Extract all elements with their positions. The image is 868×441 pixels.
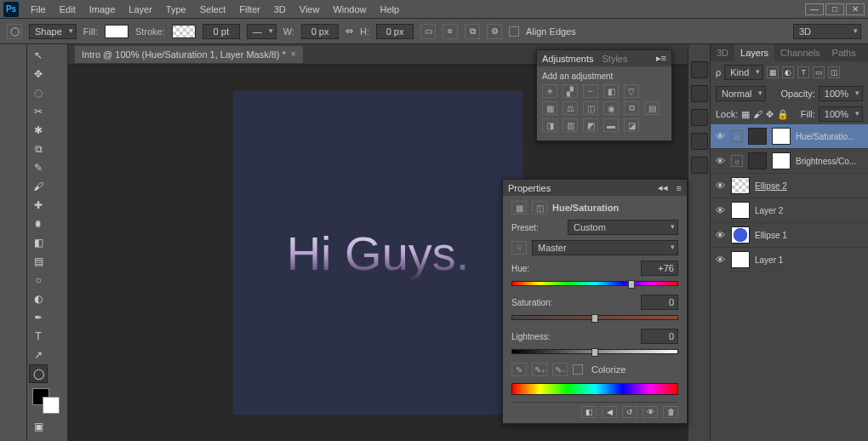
tab-3d[interactable]: 3D <box>711 44 734 61</box>
type-tool[interactable]: T <box>29 327 48 346</box>
eye-icon[interactable]: 👁 <box>716 156 726 166</box>
stroke-swatch[interactable] <box>172 25 196 38</box>
quickmask-tool[interactable]: ▣ <box>29 417 48 436</box>
path-ops-icon[interactable]: ▭ <box>420 24 436 39</box>
menu-filter[interactable]: Filter <box>232 2 266 17</box>
panel-collapse-icon[interactable]: ◂◂ <box>658 182 668 193</box>
align-edges-checkbox[interactable] <box>509 26 519 37</box>
reset-icon[interactable]: ↺ <box>622 406 637 418</box>
height-input[interactable]: 0 px <box>376 24 414 39</box>
filter-pixel-icon[interactable]: ▦ <box>767 66 779 78</box>
menu-3d[interactable]: 3D <box>267 2 293 17</box>
tool-preset-icon[interactable]: ◯ <box>7 24 22 39</box>
adj-exposure-icon[interactable]: ◧ <box>603 84 619 98</box>
eye-icon[interactable]: 👁 <box>716 255 726 265</box>
layer-row[interactable]: 👁Ellipse 2 <box>711 174 868 198</box>
tab-layers[interactable]: Layers <box>734 44 774 61</box>
marquee-tool[interactable]: ◌ <box>29 83 48 102</box>
ellipse-tool[interactable]: ◯ <box>29 364 48 383</box>
colorize-checkbox[interactable] <box>573 364 583 375</box>
blur-tool[interactable]: ○ <box>29 271 48 289</box>
adj-selective-icon[interactable]: ◪ <box>624 118 639 132</box>
panel-menu-icon[interactable]: ≡ <box>677 183 682 193</box>
dock-icon-5[interactable] <box>691 157 708 174</box>
menu-view[interactable]: View <box>293 2 327 17</box>
adj-vibrance-icon[interactable]: ▽ <box>624 84 639 98</box>
dock-icon-1[interactable] <box>691 61 708 78</box>
eyedropper-plus-icon[interactable]: ✎₊ <box>532 363 547 376</box>
lock-pos-icon[interactable]: ✥ <box>766 109 774 120</box>
menu-window[interactable]: Window <box>326 2 373 17</box>
menu-help[interactable]: Help <box>374 2 407 17</box>
adjustments-tab[interactable]: Adjustments <box>542 54 594 64</box>
styles-tab[interactable]: Styles <box>602 54 628 64</box>
saturation-slider[interactable] <box>511 315 678 322</box>
lock-all-icon[interactable]: 🔒 <box>777 109 789 120</box>
filter-kind-icon[interactable]: ρ <box>716 67 721 77</box>
heal-tool[interactable]: ✚ <box>29 196 48 215</box>
wand-tool[interactable]: ✱ <box>29 121 48 140</box>
tab-paths[interactable]: Paths <box>826 44 862 61</box>
gradient-tool[interactable]: ▤ <box>29 252 48 271</box>
dock-icon-2[interactable] <box>691 85 708 102</box>
eraser-tool[interactable]: ◧ <box>29 233 48 252</box>
lock-trans-icon[interactable]: ▦ <box>741 109 750 120</box>
maximize-button[interactable]: □ <box>825 3 844 15</box>
pen-tool[interactable]: ✒ <box>29 308 48 327</box>
adj-poster-icon[interactable]: ▥ <box>562 118 578 132</box>
hue-slider[interactable] <box>511 281 678 288</box>
eyedropper-icon[interactable]: ✎ <box>511 363 527 376</box>
visibility-icon[interactable]: 👁 <box>642 406 658 418</box>
adj-invert-icon[interactable]: ◨ <box>542 118 557 132</box>
align-icon[interactable]: ≡ <box>443 24 458 39</box>
eye-icon[interactable]: 👁 <box>716 230 726 240</box>
adj-curves-icon[interactable]: ～ <box>583 84 598 98</box>
trash-icon[interactable]: 🗑 <box>663 406 678 418</box>
preset-dropdown[interactable]: Custom <box>568 220 678 235</box>
clip-icon[interactable]: ◧ <box>581 406 597 418</box>
adj-balance-icon[interactable]: ⚖ <box>562 101 578 115</box>
filter-kind-dropdown[interactable]: Kind <box>724 65 763 80</box>
dodge-tool[interactable]: ◐ <box>29 289 48 308</box>
link-icon[interactable]: ⇔ <box>345 26 353 37</box>
panel-menu-icon[interactable]: ▸≡ <box>656 53 666 64</box>
eye-icon[interactable]: 👁 <box>716 180 726 191</box>
blend-mode-dropdown[interactable]: Normal <box>716 86 766 101</box>
crop-tool[interactable]: ⧉ <box>29 140 48 158</box>
document-tab[interactable]: Intro @ 100% (Hue/Saturation 1, Layer Ma… <box>75 46 303 63</box>
lock-pixel-icon[interactable]: 🖌 <box>753 109 762 119</box>
adj-levels-icon[interactable]: ▞ <box>562 84 578 98</box>
minimize-button[interactable]: — <box>805 3 824 15</box>
arrange-icon[interactable]: ⧉ <box>465 24 480 39</box>
layer-row[interactable]: 👁Layer 1 <box>711 248 868 272</box>
screenmode-tool[interactable]: ▢ <box>29 436 48 441</box>
close-button[interactable]: ✕ <box>846 3 865 15</box>
filter-shape-icon[interactable]: ▭ <box>813 66 825 78</box>
width-input[interactable]: 0 px <box>301 24 339 39</box>
hue-value[interactable]: +76 <box>641 261 678 276</box>
prev-state-icon[interactable]: ◀ <box>602 406 617 418</box>
fill-opacity-input[interactable]: 100% <box>819 106 863 122</box>
brush-tool[interactable]: 🖌 <box>29 177 48 196</box>
fill-swatch[interactable] <box>105 25 128 38</box>
lightness-value[interactable]: 0 <box>641 329 678 344</box>
stamp-tool[interactable]: ⧯ <box>29 215 48 233</box>
adj-threshold-icon[interactable]: ◩ <box>583 118 598 132</box>
eyedropper-tool[interactable]: ✎ <box>29 158 48 177</box>
properties-tab[interactable]: Properties <box>508 183 551 193</box>
close-tab-icon[interactable]: × <box>291 49 296 59</box>
adj-gradmap-icon[interactable]: ▬ <box>603 118 619 132</box>
opacity-input[interactable]: 100% <box>819 86 863 101</box>
color-swatches[interactable] <box>29 387 66 417</box>
adj-photo-icon[interactable]: ◉ <box>603 101 619 115</box>
layer-row[interactable]: 👁☼Hue/Saturatio... <box>711 124 868 149</box>
filter-smart-icon[interactable]: ◫ <box>828 66 840 78</box>
menu-select[interactable]: Select <box>193 2 233 17</box>
menu-type[interactable]: Type <box>159 2 193 17</box>
workspace-dropdown[interactable]: 3D <box>793 24 861 39</box>
tab-channels[interactable]: Channels <box>774 44 825 61</box>
menu-edit[interactable]: Edit <box>53 2 83 17</box>
lightness-slider[interactable] <box>511 349 678 356</box>
menu-file[interactable]: File <box>24 2 53 17</box>
saturation-value[interactable]: 0 <box>641 295 678 310</box>
